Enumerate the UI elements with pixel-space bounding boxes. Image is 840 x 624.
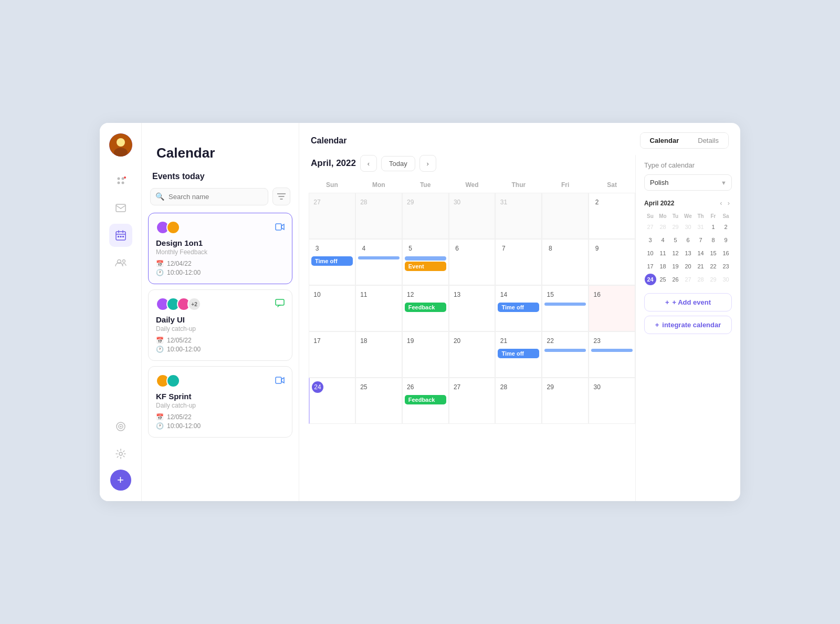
cal-cell-today[interactable]: 16 xyxy=(589,285,635,331)
prev-month-button[interactable]: ‹ xyxy=(360,155,377,172)
mini-day[interactable]: 29 xyxy=(670,221,681,233)
cal-cell[interactable]: 28 xyxy=(355,193,402,239)
cal-cell[interactable]: 12 Feedback xyxy=(402,285,449,331)
mini-day-today[interactable]: 24 xyxy=(645,274,656,285)
cal-cell[interactable]: 5 Event xyxy=(402,239,449,285)
event-card-2[interactable]: +2 Daily UI Daily catch-up � xyxy=(148,289,292,361)
mini-day[interactable]: 3 xyxy=(645,234,656,246)
team-icon[interactable] xyxy=(109,251,132,274)
mini-day[interactable]: 31 xyxy=(695,221,707,233)
cal-cell[interactable]: 13 xyxy=(449,285,496,331)
mini-day[interactable]: 11 xyxy=(657,247,669,259)
cal-cell[interactable]: 4 xyxy=(355,239,402,285)
cal-cell[interactable]: 10 xyxy=(309,285,355,331)
mini-day[interactable]: 18 xyxy=(657,261,669,272)
cal-cell[interactable]: 23 xyxy=(589,331,635,378)
cal-cell[interactable]: 30 xyxy=(449,193,496,239)
cal-cell-24[interactable]: 24 xyxy=(309,378,355,424)
calendar-nav-icon[interactable] xyxy=(109,224,132,247)
mini-day[interactable]: 16 xyxy=(720,247,732,259)
mini-day[interactable]: 30 xyxy=(720,274,732,285)
cal-cell[interactable]: 28 xyxy=(495,378,542,424)
avatar[interactable] xyxy=(109,133,132,157)
cal-event-timeoff3[interactable]: Time off xyxy=(498,349,539,358)
cal-cell[interactable]: 15 xyxy=(542,285,589,331)
cal-cell[interactable]: 27 xyxy=(309,193,355,239)
cal-cell[interactable]: 7 xyxy=(495,239,542,285)
cal-cell[interactable]: 19 xyxy=(402,331,449,378)
calendar-view-button[interactable]: Calendar xyxy=(640,133,689,148)
mini-day[interactable]: 29 xyxy=(708,274,719,285)
event-card-3[interactable]: KF Sprint Daily catch-up 📅 12/05/22 🕐 10… xyxy=(148,366,292,438)
mini-day[interactable]: 17 xyxy=(645,261,656,272)
cal-cell[interactable]: 18 xyxy=(355,331,402,378)
cal-cell[interactable]: 27 xyxy=(449,378,496,424)
mini-day[interactable]: 13 xyxy=(682,247,694,259)
cal-event-feedback2[interactable]: Feedback xyxy=(405,395,446,404)
apps-icon[interactable] xyxy=(109,169,132,192)
details-view-button[interactable]: Details xyxy=(688,133,728,148)
add-button[interactable]: + xyxy=(110,470,131,491)
cal-cell[interactable]: 8 xyxy=(542,239,589,285)
cal-cell[interactable] xyxy=(542,193,589,239)
mini-day[interactable]: 28 xyxy=(695,274,707,285)
cal-cell[interactable]: 2 xyxy=(589,193,635,239)
mini-day[interactable]: 22 xyxy=(708,261,719,272)
mini-day[interactable]: 23 xyxy=(720,261,732,272)
mini-day[interactable]: 5 xyxy=(670,234,681,246)
mail-icon[interactable] xyxy=(109,196,132,220)
mini-day[interactable]: 14 xyxy=(695,247,707,259)
mini-next-button[interactable]: › xyxy=(726,198,732,208)
filter-button[interactable] xyxy=(272,188,290,205)
type-of-calendar-select[interactable]: Polish English German xyxy=(644,174,732,191)
mini-day[interactable]: 21 xyxy=(695,261,707,272)
cal-cell[interactable]: 6 xyxy=(449,239,496,285)
mini-day[interactable]: 7 xyxy=(695,234,707,246)
cal-event-timeoff3-cont[interactable] xyxy=(544,349,586,352)
mini-day[interactable]: 2 xyxy=(720,221,732,233)
cal-event-timeoff-cont[interactable] xyxy=(358,256,400,259)
cal-event-time-off[interactable]: Time off xyxy=(311,256,353,266)
mini-day[interactable]: 28 xyxy=(657,221,669,233)
cal-cell[interactable]: 22 xyxy=(542,331,589,378)
target-icon[interactable] xyxy=(109,415,132,438)
mini-day[interactable]: 30 xyxy=(682,221,694,233)
mini-day[interactable]: 25 xyxy=(657,274,669,285)
cal-event-event[interactable]: Event xyxy=(405,262,446,271)
integrate-calendar-button[interactable]: + integrate calendar xyxy=(644,316,732,334)
search-input[interactable] xyxy=(150,188,268,205)
mini-day[interactable]: 20 xyxy=(682,261,694,272)
cal-cell[interactable]: 26 Feedback xyxy=(402,378,449,424)
event-card-1[interactable]: Design 1on1 Monthly Feedback 📅 12/04/22 … xyxy=(148,213,292,284)
cal-event-timeoff-cont2[interactable] xyxy=(405,256,446,261)
cal-cell[interactable]: 20 xyxy=(449,331,496,378)
mini-day[interactable]: 15 xyxy=(708,247,719,259)
today-button[interactable]: Today xyxy=(381,156,415,171)
cal-cell[interactable]: 9 xyxy=(589,239,635,285)
cal-event-timeoff3-cont2[interactable] xyxy=(591,349,633,352)
cal-event-timeoff2[interactable]: Time off xyxy=(498,303,539,312)
cal-cell[interactable]: 29 xyxy=(402,193,449,239)
mini-day[interactable]: 19 xyxy=(670,261,681,272)
mini-day[interactable]: 26 xyxy=(670,274,681,285)
cal-cell[interactable]: 3 Time off xyxy=(309,239,355,285)
mini-day[interactable]: 12 xyxy=(670,247,681,259)
mini-day[interactable]: 10 xyxy=(645,247,656,259)
cal-event-timeoff2-cont[interactable] xyxy=(544,303,586,306)
cal-cell[interactable]: 21 Time off xyxy=(495,331,542,378)
mini-day[interactable]: 27 xyxy=(682,274,694,285)
cal-cell[interactable]: 11 xyxy=(355,285,402,331)
mini-day[interactable]: 1 xyxy=(708,221,719,233)
cal-cell[interactable]: 30 xyxy=(589,378,635,424)
cal-cell[interactable]: 25 xyxy=(355,378,402,424)
add-event-button[interactable]: + + Add event xyxy=(644,293,732,311)
mini-day[interactable]: 6 xyxy=(682,234,694,246)
cal-cell[interactable]: 17 xyxy=(309,331,355,378)
mini-day[interactable]: 27 xyxy=(645,221,656,233)
mini-prev-button[interactable]: ‹ xyxy=(718,198,724,208)
mini-day[interactable]: 8 xyxy=(708,234,719,246)
cal-cell[interactable]: 14 Time off xyxy=(495,285,542,331)
gear-icon[interactable] xyxy=(109,442,132,465)
cal-cell[interactable]: 31 xyxy=(495,193,542,239)
cal-cell[interactable]: 29 xyxy=(542,378,589,424)
